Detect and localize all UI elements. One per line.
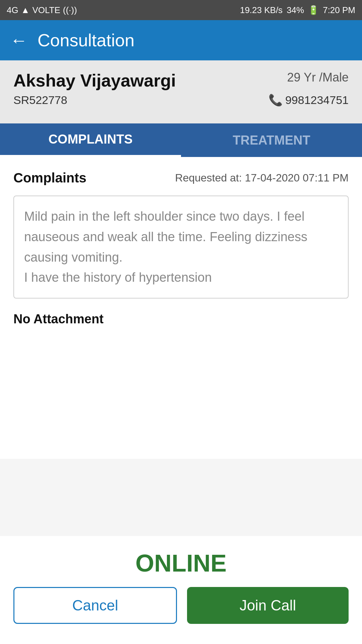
tabs-container: COMPLAINTS TREATMENT [0, 123, 362, 157]
volte-label: VOLTE [32, 5, 60, 15]
content-area: Complaints Requested at: 17-04-2020 07:1… [0, 157, 362, 459]
complaints-text-box: Mild pain in the left shoulder since two… [13, 196, 349, 299]
signal-icon: ▲ [21, 5, 30, 15]
tab-treatment[interactable]: TREATMENT [181, 123, 362, 157]
status-bar: 4G ▲ VOLTE ((·)) 19.23 KB/s 34% 🔋 7:20 P… [0, 0, 362, 20]
online-status: ONLINE [13, 549, 349, 577]
patient-phone-number: 9981234751 [285, 94, 349, 107]
wifi-icon: ((·)) [63, 5, 77, 15]
patient-info-section: Akshay Vijayawargi 29 Yr /Male SR522778 … [0, 60, 362, 123]
join-call-button[interactable]: Join Call [187, 587, 349, 624]
patient-age-gender: 29 Yr /Male [287, 70, 349, 85]
patient-row-top: Akshay Vijayawargi 29 Yr /Male [13, 70, 349, 91]
complaints-label: Complaints [13, 170, 86, 185]
cancel-button[interactable]: Cancel [13, 587, 177, 624]
patient-name: Akshay Vijayawargi [13, 70, 176, 91]
battery-label: 34% [287, 5, 304, 15]
phone-icon: 📞 [268, 93, 283, 107]
patient-phone: 📞 9981234751 [268, 93, 349, 107]
network-icon: 4G [7, 5, 18, 15]
battery-icon: 🔋 [308, 5, 319, 15]
complaints-header: Complaints Requested at: 17-04-2020 07:1… [13, 170, 349, 185]
button-row: Cancel Join Call [13, 587, 349, 624]
back-button[interactable]: ← [10, 32, 27, 49]
time-label: 7:20 PM [323, 5, 355, 15]
status-bar-left: 4G ▲ VOLTE ((·)) [7, 5, 77, 15]
complaints-text: Mild pain in the left shoulder since two… [24, 206, 338, 288]
app-bar: ← Consultation [0, 20, 362, 60]
status-bar-right: 19.23 KB/s 34% 🔋 7:20 PM [240, 5, 355, 15]
tab-complaints[interactable]: COMPLAINTS [0, 123, 181, 157]
patient-sr-number: SR522778 [13, 94, 67, 107]
page-title: Consultation [38, 30, 134, 50]
requested-at: Requested at: 17-04-2020 07:11 PM [175, 172, 349, 184]
no-attachment-label: No Attachment [13, 312, 104, 326]
patient-row-bottom: SR522778 📞 9981234751 [13, 93, 349, 107]
bottom-section: ONLINE Cancel Join Call [0, 536, 362, 644]
speed-label: 19.23 KB/s [240, 5, 283, 15]
